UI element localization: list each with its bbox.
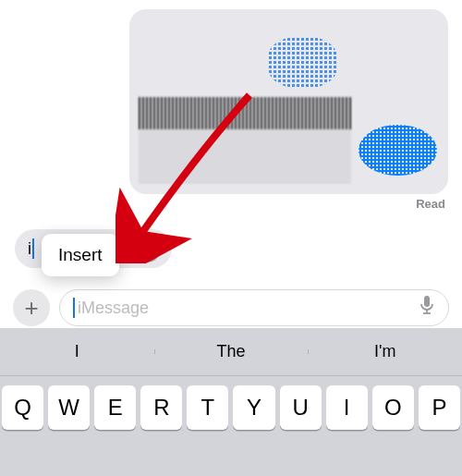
key-row-1: Q W E R T Y U I O P (0, 376, 462, 430)
insert-label: Insert (58, 245, 103, 264)
svg-marker-1 (145, 249, 150, 254)
draft-text: i (28, 239, 31, 259)
redacted-content (139, 128, 351, 183)
add-button[interactable]: + (13, 289, 50, 326)
message-input[interactable]: iMessage (59, 289, 449, 326)
insert-button[interactable]: Insert (42, 234, 119, 276)
key-i[interactable]: I (326, 385, 368, 430)
suggestion-0[interactable]: I (0, 342, 154, 361)
key-u[interactable]: U (280, 385, 322, 430)
compass-icon[interactable] (133, 235, 161, 262)
text-cursor (73, 298, 75, 318)
key-e[interactable]: E (94, 385, 136, 430)
svg-rect-2 (424, 296, 430, 307)
redacted-content (268, 37, 337, 88)
keyboard: I The I'm Q W E R T Y U I O P (0, 328, 462, 476)
redacted-content (359, 125, 437, 176)
plus-icon: + (24, 294, 38, 323)
key-w[interactable]: W (48, 385, 90, 430)
message-placeholder: iMessage (78, 299, 149, 318)
redacted-content (139, 97, 351, 129)
received-message-bubble[interactable] (129, 9, 448, 194)
key-r[interactable]: R (140, 385, 182, 430)
key-y[interactable]: Y (233, 385, 274, 430)
chat-area: Read i Insert (0, 0, 462, 328)
key-t[interactable]: T (187, 385, 228, 430)
suggestion-2[interactable]: I'm (308, 342, 462, 361)
composer-row: + iMessage (0, 282, 462, 334)
key-p[interactable]: P (419, 385, 460, 430)
text-cursor (32, 238, 34, 259)
suggestion-bar: I The I'm (0, 328, 462, 376)
key-q[interactable]: Q (2, 385, 43, 430)
svg-marker-0 (145, 243, 150, 249)
key-o[interactable]: O (372, 385, 414, 430)
read-receipt: Read (416, 197, 445, 211)
microphone-icon[interactable] (419, 295, 435, 321)
suggestion-1[interactable]: The (154, 342, 309, 361)
